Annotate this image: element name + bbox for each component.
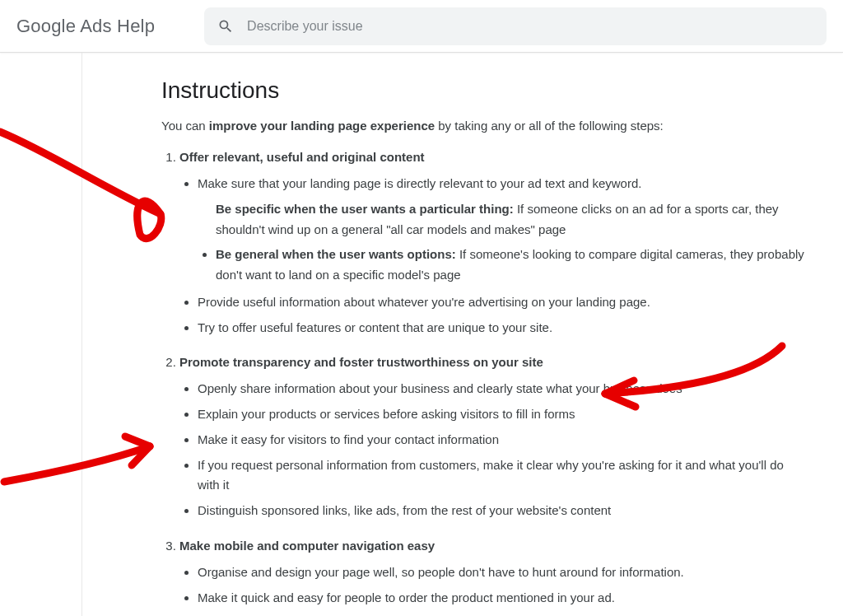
list-item-title: Promote transparency and foster trustwor… (179, 355, 543, 369)
search-box[interactable] (204, 7, 827, 45)
page-heading: Instructions (161, 77, 807, 104)
list-item-title: Make mobile and computer navigation easy (179, 539, 435, 553)
sub-item: Make sure that your landing page is dire… (198, 174, 807, 194)
article-content: Instructions You can improve your landin… (82, 53, 840, 616)
sub-item: Don't annoy customers with pop-ups or ot… (198, 613, 807, 616)
sub-item: Try to offer useful features or content … (198, 318, 807, 338)
list-item-1: Offer relevant, useful and original cont… (179, 147, 807, 338)
sub-list: Provide useful information about whateve… (179, 292, 807, 338)
intro-post: by taking any or all of the following st… (435, 119, 664, 133)
sub-list: Openly share information about your busi… (179, 379, 807, 521)
nested-item: Be general when the user wants options: … (216, 245, 807, 286)
nested-bold: Be specific when the user wants a partic… (216, 202, 514, 216)
sub-item: Provide useful information about whateve… (198, 292, 807, 313)
intro-pre: You can (161, 119, 209, 133)
sub-list: Organise and design your page well, so p… (179, 562, 807, 616)
nested-list: Be specific when the user wants a partic… (179, 199, 807, 286)
list-item-3: Make mobile and computer navigation easy… (179, 536, 807, 616)
intro-text: You can improve your landing page experi… (161, 119, 807, 133)
sub-item: Openly share information about your busi… (198, 379, 807, 399)
sub-item: Make it easy for visitors to find your c… (198, 430, 807, 450)
header-bar: Google Ads Help (0, 0, 843, 53)
search-input[interactable] (247, 19, 813, 34)
sub-list: Make sure that your landing page is dire… (179, 174, 807, 194)
intro-bold: improve your landing page experience (209, 119, 435, 133)
list-item-title: Offer relevant, useful and original cont… (179, 150, 425, 164)
nested-item: Be specific when the user wants a partic… (216, 199, 807, 240)
sub-item: Explain your products or services before… (198, 404, 807, 425)
sub-item: If you request personal information from… (198, 455, 807, 497)
sub-item: Make it quick and easy for people to ord… (198, 588, 807, 609)
brand-title: Google Ads Help (16, 16, 155, 37)
list-item-2: Promote transparency and foster trustwor… (179, 352, 807, 521)
instructions-list: Offer relevant, useful and original cont… (161, 147, 807, 616)
sub-item: Distinguish sponsored links, like ads, f… (198, 501, 807, 521)
search-icon (217, 18, 234, 35)
nested-bold: Be general when the user wants options: (216, 247, 456, 261)
left-rail (0, 53, 82, 616)
sub-item: Organise and design your page well, so p… (198, 562, 807, 583)
